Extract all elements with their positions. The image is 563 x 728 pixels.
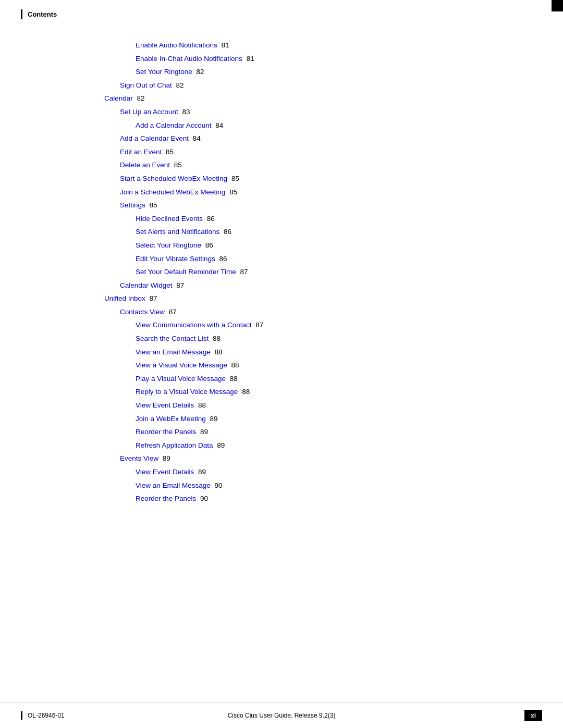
footer-bar-decoration [21, 711, 22, 720]
toc-page-number: 85 [227, 187, 237, 198]
toc-link[interactable]: Calendar Widget [120, 280, 173, 291]
toc-item: View a Visual Voice Message 88 [136, 360, 542, 371]
footer-guide-title: Cisco Cius User Guide, Release 9.2(3) [228, 712, 336, 719]
toc-link[interactable]: Reply to a Visual Voice Message [136, 386, 238, 398]
toc-link[interactable]: Edit an Event [120, 146, 162, 158]
toc-page-number: 81 [244, 53, 254, 65]
toc-page-number: 88 [196, 400, 206, 411]
toc-item: Play a Visual Voice Message 88 [136, 373, 542, 385]
toc-item: View an Email Message 88 [136, 347, 542, 358]
toc-item: Settings 85 [120, 200, 542, 211]
toc-item: Set Your Ringtone 82 [136, 66, 542, 78]
toc-link[interactable]: Refresh Application Data [136, 440, 213, 451]
page-container: Contents Enable Audio Notifications 81En… [0, 0, 563, 728]
toc-item: View Event Details 88 [136, 400, 542, 411]
toc-page-number: 87 [238, 266, 248, 278]
toc-link[interactable]: Edit Your Vibrate Settings [136, 253, 215, 265]
toc-item: View Event Details 89 [136, 466, 542, 478]
toc-item: Hide Declined Events 86 [136, 213, 542, 225]
toc-page-number: 84 [191, 133, 201, 144]
toc-page-number: 85 [164, 146, 174, 158]
footer-left: OL-26946-01 [21, 711, 65, 720]
toc-link[interactable]: Settings [120, 200, 145, 211]
toc-link[interactable]: View Event Details [136, 400, 194, 411]
footer-page-number: xi [524, 710, 542, 721]
toc-page-number: 88 [229, 360, 239, 371]
toc-link[interactable]: Events View [120, 453, 158, 464]
toc-item: View Communications with a Contact 87 [136, 319, 542, 331]
toc-page-number: 89 [215, 440, 225, 451]
toc-page-number: 82 [194, 66, 204, 78]
toc-page-number: 88 [211, 333, 221, 344]
toc-link[interactable]: Reorder the Panels [136, 493, 196, 504]
toc-link[interactable]: Enable Audio Notifications [136, 40, 217, 51]
toc-link[interactable]: Play a Visual Voice Message [136, 373, 226, 385]
toc-link[interactable]: View a Visual Voice Message [136, 360, 227, 371]
header-bar-decoration [21, 9, 22, 19]
toc-item: Enable Audio Notifications 81 [136, 40, 542, 51]
toc-link[interactable]: Sign Out of Chat [120, 80, 172, 91]
toc-link[interactable]: Select Your Ringtone [136, 240, 201, 251]
toc-link[interactable]: Join a WebEx Meeting [136, 413, 206, 425]
toc-page-number: 81 [219, 40, 229, 51]
toc-item: Reorder the Panels 89 [136, 426, 542, 438]
toc-link[interactable]: Set Up an Account [120, 106, 178, 118]
toc-item: Enable In-Chat Audio Notifications 81 [136, 53, 542, 65]
toc-link[interactable]: Set Your Ringtone [136, 66, 192, 78]
toc-page-number: 86 [205, 213, 215, 225]
toc-page-number: 85 [148, 200, 157, 211]
corner-decoration [552, 0, 563, 11]
toc-link[interactable]: Hide Declined Events [136, 213, 203, 225]
toc-link[interactable]: Join a Scheduled WebEx Meeting [120, 187, 225, 198]
toc-item: Sign Out of Chat 82 [120, 80, 542, 91]
toc-page-number: 89 [161, 453, 170, 464]
toc-page-number: 88 [213, 347, 223, 358]
toc-item: Add a Calendar Event 84 [120, 133, 542, 144]
toc-item: View an Email Message 90 [136, 480, 542, 491]
toc-item: Contacts View 87 [120, 306, 542, 318]
toc-link[interactable]: Set Your Default Reminder Time [136, 266, 236, 278]
toc-page-number: 86 [217, 253, 227, 265]
toc-item: Reply to a Visual Voice Message 88 [136, 386, 542, 398]
toc-link[interactable]: Enable In-Chat Audio Notifications [136, 53, 242, 65]
toc-link[interactable]: View an Email Message [136, 480, 211, 491]
toc-link[interactable]: Contacts View [120, 306, 165, 318]
toc-link[interactable]: Delete an Event [120, 159, 170, 171]
toc-item: Reorder the Panels 90 [136, 493, 542, 504]
toc-item: Select Your Ringtone 86 [136, 240, 542, 251]
toc-link[interactable]: Reorder the Panels [136, 426, 196, 438]
toc-link[interactable]: View Event Details [136, 466, 194, 478]
toc-item: Add a Calendar Account 84 [136, 120, 542, 131]
toc-page-number: 90 [198, 493, 208, 504]
toc-page-number: 82 [174, 80, 184, 91]
toc-link[interactable]: Search the Contact List [136, 333, 209, 344]
toc-item: Start a Scheduled WebEx Meeting 85 [120, 173, 542, 184]
footer-doc-id: OL-26946-01 [28, 712, 65, 719]
toc-page-number: 85 [172, 159, 182, 171]
toc-link[interactable]: Set Alerts and Notifications [136, 226, 219, 238]
toc-item: Delete an Event 85 [120, 159, 542, 171]
toc-content: Enable Audio Notifications 81Enable In-C… [0, 24, 563, 538]
toc-item: Search the Contact List 88 [136, 333, 542, 344]
toc-item: Edit an Event 85 [120, 146, 542, 158]
toc-page-number: 86 [203, 240, 213, 251]
toc-link[interactable]: Add a Calendar Account [136, 120, 212, 131]
toc-item: Events View 89 [120, 453, 542, 464]
toc-page-number: 88 [240, 386, 250, 398]
toc-link[interactable]: Unified Inbox [104, 293, 145, 304]
toc-link[interactable]: Start a Scheduled WebEx Meeting [120, 173, 227, 184]
toc-link[interactable]: Calendar [104, 93, 133, 104]
toc-item: Join a WebEx Meeting 89 [136, 413, 542, 425]
toc-item: Edit Your Vibrate Settings 86 [136, 253, 542, 265]
toc-page-number: 84 [214, 120, 224, 131]
toc-link[interactable]: Add a Calendar Event [120, 133, 189, 144]
toc-page-number: 86 [222, 226, 231, 238]
toc-item: Join a Scheduled WebEx Meeting 85 [120, 187, 542, 198]
toc-link[interactable]: View an Email Message [136, 347, 211, 358]
toc-page-number: 87 [254, 319, 264, 331]
toc-page-number: 87 [175, 280, 185, 291]
toc-page-number: 88 [228, 373, 238, 385]
toc-item: Set Up an Account 83 [120, 106, 542, 118]
toc-page-number: 87 [148, 293, 157, 304]
toc-link[interactable]: View Communications with a Contact [136, 319, 252, 331]
